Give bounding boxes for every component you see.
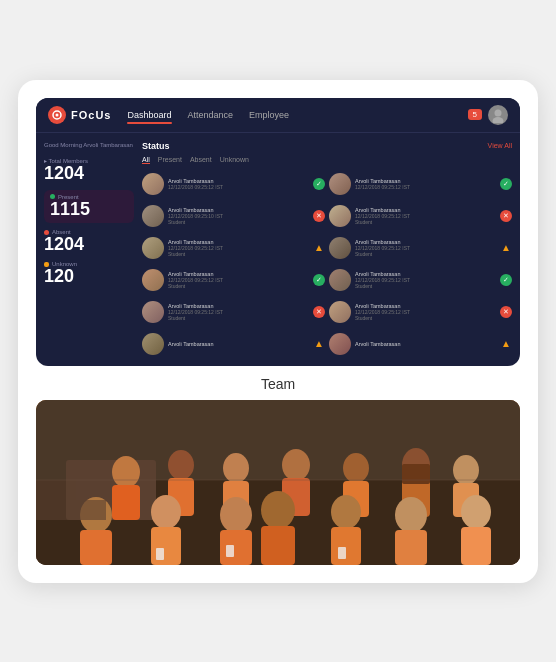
status-icon-absent: ✕ [500,210,512,222]
status-icon-present: ✓ [500,274,512,286]
sidebar: Good Morning Arvoli Tambarasan ▸ Total M… [44,141,134,358]
svg-point-26 [220,497,252,533]
avatar [142,205,164,227]
status-icon-unknown: ▲ [313,242,325,254]
status-icon-unknown: ▲ [313,338,325,350]
svg-rect-8 [112,485,140,520]
view-all-button[interactable]: View All [488,142,512,149]
nav-bar: FOcUs Dashboard Attendance Employee 5 [36,98,520,133]
status-item: Arvoli Tambarasan 12/12/2018 09:25:10 IS… [142,202,325,230]
svg-rect-29 [261,526,295,565]
s-role: Student [168,315,309,321]
s-role: Student [355,315,496,321]
avatar [142,173,164,195]
s-info: Arvoli Tambarasan 12/12/2018 09:25:12 IS… [355,239,496,257]
filter-absent[interactable]: Absent [190,156,212,164]
avatar [329,173,351,195]
s-date: 12/12/2018 09:25:12 IST [168,184,309,190]
s-info: Arvoli Tambarasan 12/12/2018 09:25:12 IS… [355,271,496,289]
svg-point-9 [168,450,194,480]
avatar [329,301,351,323]
svg-point-24 [151,495,181,529]
svg-point-34 [461,495,491,529]
stat-present: Present 1115 [44,190,134,224]
status-item: Arvoli Tambarasan 12/12/2018 09:25:12 IS… [329,170,512,198]
tab-attendance[interactable]: Attendance [188,108,234,122]
svg-point-15 [343,453,369,483]
s-role: Student [168,283,309,289]
status-icon-unknown: ▲ [500,242,512,254]
user-avatar[interactable] [488,105,508,125]
status-item: Arvoli Tambarasan ▲ [329,330,512,358]
status-item: Arvoli Tambarasan 12/12/2018 09:25:12 IS… [329,234,512,262]
s-info: Arvoli Tambarasan 12/12/2018 09:25:12 IS… [168,239,309,257]
avatar [142,301,164,323]
status-item: Arvoli Tambarasan 12/12/2018 09:25:12 IS… [142,298,325,326]
svg-point-13 [282,449,310,481]
status-item: Arvoli Tambarasan ▲ [142,330,325,358]
status-icon-absent: ✕ [500,306,512,318]
s-info: Arvoli Tambarasan 12/12/2018 09:25:12 IS… [168,178,309,190]
s-info: Arvoli Tambarasan 12/12/2018 09:25:12 IS… [168,303,309,321]
status-item: Arvoli Tambarasan 12/12/2018 09:25:12 IS… [329,266,512,294]
avatar [329,205,351,227]
status-icon-absent: ✕ [313,210,325,222]
svg-rect-36 [156,548,164,560]
stat-unknown: Unknown 120 [44,261,134,287]
filter-unknown[interactable]: Unknown [220,156,249,164]
svg-rect-33 [395,530,427,565]
stat-unknown-value: 120 [44,267,134,287]
svg-point-32 [395,497,427,533]
s-role: Student [168,219,309,225]
status-icon-unknown: ▲ [500,338,512,350]
s-role: Student [355,219,496,225]
tab-dashboard[interactable]: Dashboard [127,108,171,122]
avatar [142,237,164,259]
svg-rect-25 [151,527,181,565]
s-info: Arvoli Tambarasan 12/12/2018 09:25:12 IS… [355,207,496,225]
status-grid: Arvoli Tambarasan 12/12/2018 09:25:12 IS… [142,170,512,358]
avatar [329,333,351,355]
status-item: Arvoli Tambarasan 12/12/2018 09:25:12 IS… [142,234,325,262]
s-date: 12/12/2018 09:25:12 IST [355,184,496,190]
stat-total: ▸ Total Members 1204 [44,157,134,184]
s-info: Arvoli Tambarasan 12/12/2018 09:25:12 IS… [355,303,496,321]
notification-badge[interactable]: 5 [468,109,482,120]
s-info: Arvoli Tambarasan [355,341,496,347]
filter-present[interactable]: Present [158,156,182,164]
s-name: Arvoli Tambarasan [355,341,496,347]
s-info: Arvoli Tambarasan [168,341,309,347]
svg-rect-35 [461,527,491,565]
s-info: Arvoli Tambarasan 12/12/2018 09:25:12 IS… [355,178,496,190]
filter-tabs: All Present Absent Unknown [142,156,512,164]
stat-present-value: 1115 [50,200,128,220]
svg-rect-38 [338,547,346,559]
svg-rect-19 [402,464,430,484]
main-card: FOcUs Dashboard Attendance Employee 5 Go… [18,80,538,583]
avatar [142,269,164,291]
svg-point-2 [495,109,502,116]
status-icon-present: ✓ [500,178,512,190]
status-item: Arvoli Tambarasan 12/12/2018 09:25:12 IS… [329,298,512,326]
s-info: Arvoli Tambarasan 12/12/2018 09:25:10 IS… [168,207,309,225]
svg-point-7 [112,456,140,488]
stat-absent: Absent 1204 [44,229,134,255]
stat-absent-value: 1204 [44,235,134,255]
status-icon-absent: ✕ [313,306,325,318]
avatar [142,333,164,355]
avatar [329,237,351,259]
app-mockup: FOcUs Dashboard Attendance Employee 5 Go… [36,98,520,366]
logo-text: FOcUs [71,109,111,121]
team-photo [36,400,520,565]
filter-all[interactable]: All [142,156,150,164]
status-panel: Status View All All Present Absent Unkno… [142,141,512,358]
avatar [329,269,351,291]
status-icon-present: ✓ [313,178,325,190]
status-title: Status [142,141,170,151]
tab-employee[interactable]: Employee [249,108,289,122]
svg-point-30 [331,495,361,529]
stat-total-value: 1204 [44,164,134,184]
logo-icon [48,106,66,124]
svg-point-3 [493,117,504,123]
status-item: Arvoli Tambarasan 12/12/2018 09:25:12 IS… [142,266,325,294]
